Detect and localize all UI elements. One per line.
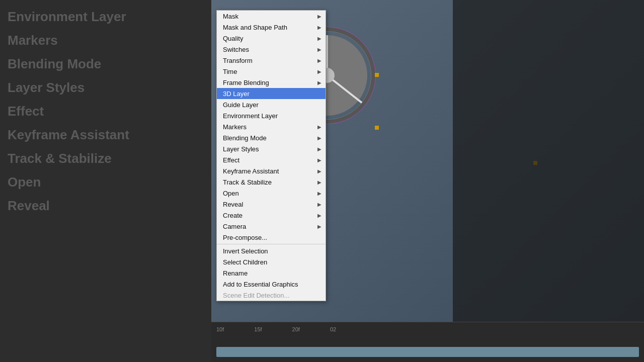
menu-item-reveal-label: Reveal: [223, 201, 243, 208]
menu-item-time-arrow: ▶: [317, 69, 321, 74]
menu-item-reveal-arrow: ▶: [317, 202, 321, 207]
menu-item-mask[interactable]: Mask ▶: [217, 11, 326, 22]
bg-item-blending-mode: Blending Mode: [8, 52, 204, 76]
menu-item-guide-layer-label: Guide Layer: [223, 101, 259, 109]
menu-item-mask-label: Mask: [223, 13, 238, 20]
menu-item-add-essential-graphics[interactable]: Add to Essential Graphics: [217, 279, 326, 290]
timeline-panel: 10f 15f 20f 02: [211, 322, 644, 362]
right-preview-section: [453, 0, 644, 322]
menu-item-open[interactable]: Open ▶: [217, 188, 326, 199]
menu-item-camera[interactable]: Camera ▶: [217, 221, 326, 232]
selection-handle-br: [375, 126, 379, 130]
timeline-marker-10f: 10f: [216, 326, 224, 332]
menu-item-transform-label: Transform: [223, 57, 253, 64]
timeline-marker-20f: 20f: [292, 326, 300, 332]
menu-item-quality-label: Quality: [223, 35, 243, 42]
menu-item-3d-layer-label: 3D Layer: [223, 90, 250, 98]
menu-item-time[interactable]: Time ▶: [217, 66, 326, 77]
menu-item-create-arrow: ▶: [317, 213, 321, 218]
menu-item-layer-styles[interactable]: Layer Styles ▶: [217, 143, 326, 154]
bg-item-layer-styles: Layer Styles: [8, 76, 204, 100]
menu-item-keyframe-assistant[interactable]: Keyframe Assistant ▶: [217, 165, 326, 176]
menu-item-invert-selection-label: Invert Selection: [223, 247, 268, 255]
menu-item-mask-shape-path-label: Mask and Shape Path: [223, 24, 287, 31]
menu-item-quality-arrow: ▶: [317, 36, 321, 41]
menu-item-track-stabilize[interactable]: Track & Stabilize ▶: [217, 176, 326, 188]
bg-left-panel: Environment Layer Markers Blending Mode …: [0, 0, 211, 223]
menu-item-pre-compose-label: Pre-compose...: [223, 234, 267, 241]
menu-item-3d-layer[interactable]: 3D Layer: [217, 88, 326, 99]
menu-item-markers-arrow: ▶: [317, 124, 321, 130]
menu-item-guide-layer[interactable]: Guide Layer: [217, 99, 326, 110]
bg-item-keyframe-assistant: Keyframe Assistant: [8, 123, 204, 147]
timeline-track: [216, 347, 639, 357]
menu-item-transform[interactable]: Transform ▶: [217, 55, 326, 66]
menu-item-select-children-label: Select Children: [223, 258, 267, 266]
menu-item-open-arrow: ▶: [317, 191, 321, 196]
menu-item-mask-arrow: ▶: [317, 14, 321, 19]
menu-item-camera-label: Camera: [223, 223, 246, 230]
menu-item-reveal[interactable]: Reveal ▶: [217, 199, 326, 210]
menu-separator-1: [217, 244, 326, 244]
menu-item-frame-blending-label: Frame Blending: [223, 79, 269, 86]
menu-item-blending-mode-arrow: ▶: [317, 135, 321, 141]
selection-handle-tr: [375, 73, 379, 77]
menu-item-mask-shape-path[interactable]: Mask and Shape Path ▶: [217, 22, 326, 33]
menu-item-quality[interactable]: Quality ▶: [217, 33, 326, 44]
menu-item-markers[interactable]: Markers ▶: [217, 121, 326, 132]
menu-item-open-label: Open: [223, 190, 239, 197]
menu-item-camera-arrow: ▶: [317, 224, 321, 229]
menu-item-effect-arrow: ▶: [317, 157, 321, 163]
menu-item-track-stabilize-label: Track & Stabilize: [223, 178, 272, 186]
menu-item-frame-blending-arrow: ▶: [317, 80, 321, 85]
bg-item-markers: Markers: [8, 29, 204, 52]
bg-item-open: Open: [8, 170, 204, 194]
menu-item-environment-layer-label: Environment Layer: [223, 112, 278, 120]
menu-item-transform-arrow: ▶: [317, 58, 321, 63]
menu-item-select-children[interactable]: Select Children: [217, 256, 326, 267]
bg-item-reveal: Reveal: [8, 194, 204, 218]
menu-item-scene-edit-detection-label: Scene Edit Detection...: [223, 292, 289, 299]
menu-item-create[interactable]: Create ▶: [217, 210, 326, 221]
bg-item-environment-layer: Environment Layer: [8, 5, 204, 29]
menu-item-blending-mode[interactable]: Blending Mode ▶: [217, 132, 326, 143]
menu-item-layer-styles-arrow: ▶: [317, 146, 321, 152]
menu-item-rename-label: Rename: [223, 269, 248, 277]
menu-item-switches[interactable]: Switches ▶: [217, 44, 326, 55]
menu-item-keyframe-assistant-label: Keyframe Assistant: [223, 167, 279, 175]
context-menu: Mask ▶ Mask and Shape Path ▶ Quality ▶ S…: [216, 10, 326, 301]
bg-item-effect: Effect: [8, 100, 204, 123]
menu-item-effect-label: Effect: [223, 156, 239, 164]
menu-item-keyframe-assistant-arrow: ▶: [317, 168, 321, 174]
menu-item-environment-layer[interactable]: Environment Layer: [217, 110, 326, 121]
menu-item-create-label: Create: [223, 212, 243, 219]
menu-item-time-label: Time: [223, 68, 237, 75]
menu-item-add-essential-graphics-label: Add to Essential Graphics: [223, 281, 298, 288]
menu-item-frame-blending[interactable]: Frame Blending ▶: [217, 77, 326, 88]
menu-item-mask-shape-arrow: ▶: [317, 25, 321, 30]
menu-item-pre-compose[interactable]: Pre-compose...: [217, 232, 326, 243]
menu-item-markers-label: Markers: [223, 123, 247, 131]
menu-item-blending-mode-label: Blending Mode: [223, 134, 267, 142]
menu-item-rename[interactable]: Rename: [217, 267, 326, 279]
menu-item-scene-edit-detection[interactable]: Scene Edit Detection...: [217, 290, 326, 301]
menu-item-invert-selection[interactable]: Invert Selection: [217, 245, 326, 256]
menu-item-effect[interactable]: Effect ▶: [217, 154, 326, 165]
menu-item-switches-label: Switches: [223, 46, 249, 53]
menu-item-layer-styles-label: Layer Styles: [223, 145, 259, 153]
menu-item-switches-arrow: ▶: [317, 47, 321, 52]
menu-item-track-stabilize-arrow: ▶: [317, 179, 321, 185]
bg-item-track-stabilize: Track & Stabilize: [8, 147, 204, 170]
timeline-marker-15f: 15f: [254, 326, 262, 332]
timeline-marker-02: 02: [330, 326, 336, 332]
